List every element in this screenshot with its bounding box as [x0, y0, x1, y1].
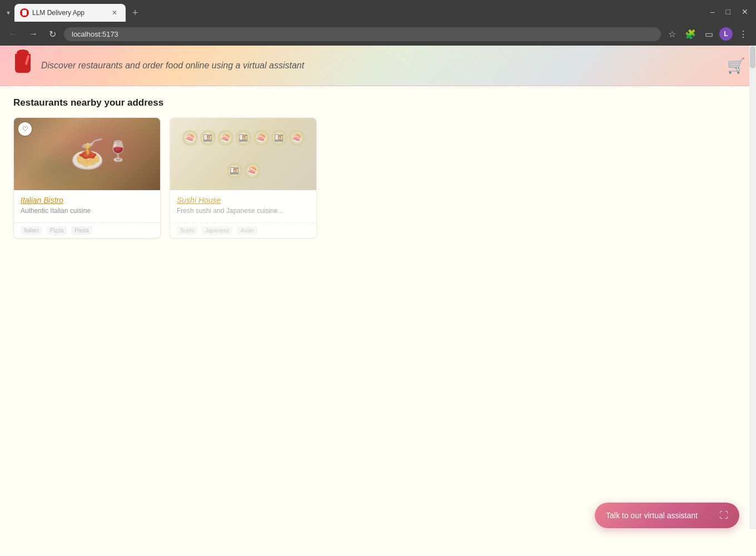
app-logo-area: Discover restaurants and order food onli…: [11, 54, 304, 77]
app-logo: [11, 54, 34, 77]
address-input[interactable]: [64, 27, 661, 41]
active-tab[interactable]: LLM Delivery App ✕: [14, 4, 126, 22]
sushi-piece-7: 🍣: [289, 130, 305, 146]
sushi-piece-5: 🍣: [253, 130, 269, 146]
close-button[interactable]: ✕: [738, 6, 752, 17]
restaurant-name-sushi[interactable]: Sushi House: [177, 196, 310, 205]
restaurant-desc-sushi: Fresh sushi and Japanese cuisine...: [177, 207, 310, 215]
sushi-piece-1: 🍣: [182, 130, 198, 146]
restaurant-desc-italian: Authentic Italian cuisine: [21, 207, 153, 215]
forward-button[interactable]: →: [26, 27, 41, 41]
toolbar-icons: ☆ 🧩 ▭ L ⋮: [665, 27, 750, 41]
card-footer-italian: Italian Pizza Pasta: [14, 222, 160, 238]
sushi-tag-2: Asian: [237, 226, 257, 235]
va-button-label: Talk to our virtual assistant: [606, 511, 698, 520]
va-expand-icon: ⛶: [719, 510, 728, 520]
card-tag-2: Pasta: [71, 226, 92, 235]
sushi-piece-4: 🍱: [236, 130, 251, 146]
sushi-piece-2: 🍱: [200, 130, 216, 146]
back-button[interactable]: ←: [6, 27, 21, 41]
window-controls: – □ ✕: [707, 6, 752, 19]
logo-cup-icon: [15, 54, 31, 73]
virtual-assistant-button[interactable]: Talk to our virtual assistant ⛶: [595, 503, 739, 528]
reload-button[interactable]: ↻: [46, 27, 59, 41]
new-tab-button[interactable]: +: [128, 6, 143, 20]
scrollbar-thumb[interactable]: [750, 46, 755, 68]
address-bar-row: ← → ↻ ☆ 🧩 ▭ L ⋮: [0, 22, 756, 46]
card-tag-1: Pizza: [47, 226, 67, 235]
tab-favicon: [20, 8, 29, 17]
card-body-italian: Italian Bistro Authentic Italian cuisine: [14, 190, 160, 222]
sushi-tag-0: Sushi: [177, 226, 197, 235]
restaurant-name-italian[interactable]: Italian Bistro: [21, 196, 153, 205]
card-body-sushi: Sushi House Fresh sushi and Japanese cui…: [170, 190, 316, 222]
tab-bar: ▾ LLM Delivery App ✕ + – □ ✕: [0, 0, 756, 22]
menu-icon[interactable]: ⋮: [736, 27, 750, 41]
profile-avatar[interactable]: L: [719, 27, 733, 41]
restaurant-card-italian[interactable]: ♡ Italian Bistro Authentic Italian cuisi…: [13, 117, 161, 239]
page-scrollbar[interactable]: [749, 46, 756, 529]
sidebar-icon[interactable]: ▭: [702, 27, 716, 41]
tab-title: LLM Delivery App: [32, 9, 107, 17]
sushi-piece-3: 🍣: [218, 130, 233, 146]
logo-straw-icon: [25, 55, 30, 65]
browser-chrome: ▾ LLM Delivery App ✕ + – □ ✕ ← → ↻ ☆ 🧩 ▭…: [0, 0, 756, 46]
sushi-piece-8: 🍱: [227, 163, 242, 178]
sushi-tag-1: Japanese: [202, 226, 232, 235]
maximize-button[interactable]: □: [723, 6, 734, 17]
card-tag-0: Italian: [21, 226, 42, 235]
restaurant-image-italian: [14, 118, 160, 190]
tab-close-button[interactable]: ✕: [110, 8, 119, 17]
main-content: Restaurants nearby your address ♡ Italia…: [0, 86, 756, 250]
tab-prev-button[interactable]: ▾: [4, 8, 12, 18]
restaurant-image-wrap-italian: ♡: [14, 118, 160, 190]
app-tagline: Discover restaurants and order food onli…: [41, 61, 304, 71]
restaurant-image-wrap-sushi: 🍣 🍱 🍣 🍱 🍣 🍱 🍣 🍱 🍣: [170, 118, 316, 190]
minimize-button[interactable]: –: [707, 6, 718, 17]
favorite-badge-italian[interactable]: ♡: [18, 122, 32, 136]
restaurant-image-sushi: 🍣 🍱 🍣 🍱 🍣 🍱 🍣 🍱 🍣: [170, 118, 316, 190]
sushi-piece-6: 🍱: [271, 130, 287, 146]
app-header: Discover restaurants and order food onli…: [0, 46, 756, 86]
bookmark-icon[interactable]: ☆: [665, 27, 679, 41]
section-title: Restaurants nearby your address: [13, 97, 743, 108]
sushi-piece-9: 🍣: [245, 163, 260, 178]
cart-button[interactable]: 🛒: [727, 57, 745, 75]
card-footer-sushi: Sushi Japanese Asian: [170, 222, 316, 238]
extensions-icon[interactable]: 🧩: [682, 27, 699, 41]
restaurant-card-sushi[interactable]: 🍣 🍱 🍣 🍱 🍣 🍱 🍣 🍱 🍣 Sushi House Fresh sush…: [170, 117, 317, 239]
restaurants-grid: ♡ Italian Bistro Authentic Italian cuisi…: [13, 117, 743, 239]
